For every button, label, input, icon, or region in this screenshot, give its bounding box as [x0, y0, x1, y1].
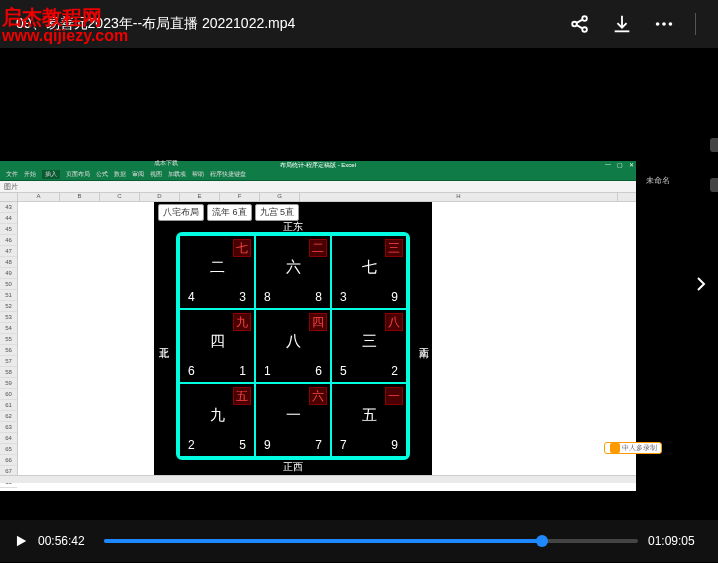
menu-review[interactable]: 审阅 [132, 170, 144, 179]
svg-point-7 [669, 22, 673, 26]
row-header[interactable]: 53 [0, 312, 17, 323]
cell-big: 八 [286, 332, 301, 351]
row-header[interactable]: 55 [0, 334, 17, 345]
progress-bar[interactable] [104, 539, 638, 543]
side-tab-2[interactable] [710, 178, 718, 192]
menu-custom[interactable]: 程序快捷键盘 [210, 170, 246, 179]
side-tab-1[interactable] [710, 138, 718, 152]
cell-big: 三 [362, 332, 377, 351]
close-icon[interactable]: ✕ [629, 161, 634, 168]
cell-big: 五 [362, 406, 377, 425]
row-header[interactable]: 44 [0, 213, 17, 224]
row-header[interactable]: 65 [0, 444, 17, 455]
svg-point-6 [662, 22, 666, 26]
cell-bottom-left: 3 [340, 290, 347, 304]
palace-cell-5: 四八16 [255, 309, 331, 383]
svg-point-5 [656, 22, 660, 26]
col-header[interactable]: F [220, 193, 260, 201]
row-header[interactable]: 45 [0, 224, 17, 235]
progress-knob[interactable] [536, 535, 548, 547]
cell-red: 九 [233, 313, 251, 331]
sheet-canvas[interactable]: 八宅布局 流年 6直 九宫 5直 正东 正西 正北 正南 七二43二六88三七3… [18, 202, 636, 475]
col-header[interactable]: G [260, 193, 300, 201]
menu-view[interactable]: 视图 [150, 170, 162, 179]
maximize-icon[interactable]: ▢ [617, 161, 623, 168]
row-header[interactable]: 62 [0, 411, 17, 422]
col-header[interactable]: B [60, 193, 100, 201]
palace-cell-7: 五九25 [179, 383, 255, 457]
cell-red: 七 [233, 239, 251, 257]
side-label: 未命名 [646, 175, 670, 186]
row-header[interactable]: 48 [0, 257, 17, 268]
palace-cell-1: 七二43 [179, 235, 255, 309]
row-header[interactable]: 43 [0, 202, 17, 213]
cell-bottom-right: 8 [315, 290, 322, 304]
next-arrow[interactable] [688, 258, 714, 310]
cell-red: 二 [309, 239, 327, 257]
cell-red: 三 [385, 239, 403, 257]
row-header[interactable]: 64 [0, 433, 17, 444]
menu-help[interactable]: 帮助 [192, 170, 204, 179]
cell-big: 四 [210, 332, 225, 351]
panel-buttons: 八宅布局 流年 6直 九宫 5直 [158, 204, 299, 221]
row-header[interactable]: 58 [0, 367, 17, 378]
excel-ribbon-tabs: 文件 开始 插入 页面布局 公式 数据 审阅 视图 加载项 帮助 程序快捷键盘 [0, 169, 636, 181]
row-header[interactable]: 47 [0, 246, 17, 257]
cell-bottom-left: 6 [188, 364, 195, 378]
row-header[interactable]: 56 [0, 345, 17, 356]
svg-line-4 [576, 25, 582, 29]
cell-bottom-right: 7 [315, 438, 322, 452]
menu-formula[interactable]: 公式 [96, 170, 108, 179]
fengshui-panel: 八宅布局 流年 6直 九宫 5直 正东 正西 正北 正南 七二43二六88三七3… [154, 202, 432, 478]
minimize-icon[interactable]: — [605, 161, 611, 168]
excel-window: 成本下载 布局统计-程序定稿版 - Excel — ▢ ✕ 文件 开始 插入 页… [0, 161, 636, 491]
row-header[interactable]: 66 [0, 455, 17, 466]
btn-jiugong[interactable]: 九宫 5直 [255, 204, 300, 221]
col-header[interactable] [0, 193, 18, 201]
col-header[interactable]: E [180, 193, 220, 201]
player-controls: 00:56:42 01:09:05 [0, 520, 718, 562]
play-button[interactable] [14, 534, 28, 548]
cell-bottom-left: 5 [340, 364, 347, 378]
col-header[interactable]: A [18, 193, 60, 201]
row-header[interactable]: 63 [0, 422, 17, 433]
col-header[interactable]: C [100, 193, 140, 201]
palace-cell-9: 一五79 [331, 383, 407, 457]
excel-doc-title: 布局统计-程序定稿版 - Excel [280, 161, 356, 170]
row-header[interactable]: 52 [0, 301, 17, 312]
row-header[interactable]: 60 [0, 389, 17, 400]
row-header[interactable]: 46 [0, 235, 17, 246]
row-header[interactable]: 59 [0, 378, 17, 389]
menu-addin[interactable]: 加载项 [168, 170, 186, 179]
row-headers: 4344454647484950515253545556575859606162… [0, 202, 18, 475]
share-icon[interactable] [569, 13, 591, 35]
cell-bottom-left: 7 [340, 438, 347, 452]
menu-data[interactable]: 数据 [114, 170, 126, 179]
col-header[interactable]: H [300, 193, 618, 201]
row-header[interactable]: 54 [0, 323, 17, 334]
menu-file[interactable]: 文件 [6, 170, 18, 179]
time-current: 00:56:42 [38, 534, 94, 548]
more-icon[interactable] [653, 13, 675, 35]
row-header[interactable]: 57 [0, 356, 17, 367]
btn-bazhai[interactable]: 八宅布局 [158, 204, 204, 221]
svg-marker-8 [17, 536, 26, 547]
row-header[interactable]: 49 [0, 268, 17, 279]
cell-bottom-right: 6 [315, 364, 322, 378]
row-header[interactable]: 51 [0, 290, 17, 301]
menu-layout[interactable]: 页面布局 [66, 170, 90, 179]
row-header[interactable]: 61 [0, 400, 17, 411]
btn-liunian[interactable]: 流年 6直 [207, 204, 252, 221]
cell-red: 五 [233, 387, 251, 405]
download-icon[interactable] [611, 13, 633, 35]
cell-bottom-right: 5 [239, 438, 246, 452]
row-header[interactable]: 50 [0, 279, 17, 290]
watermark-url: www.qijiezy.com [2, 27, 128, 45]
col-header[interactable]: D [140, 193, 180, 201]
ribbon-pictures[interactable]: 图片 [4, 182, 18, 192]
time-total: 01:09:05 [648, 534, 704, 548]
menu-home[interactable]: 开始 [24, 170, 36, 179]
svg-line-3 [576, 19, 582, 23]
excel-statusbar [0, 475, 636, 483]
menu-insert[interactable]: 插入 [42, 170, 60, 179]
